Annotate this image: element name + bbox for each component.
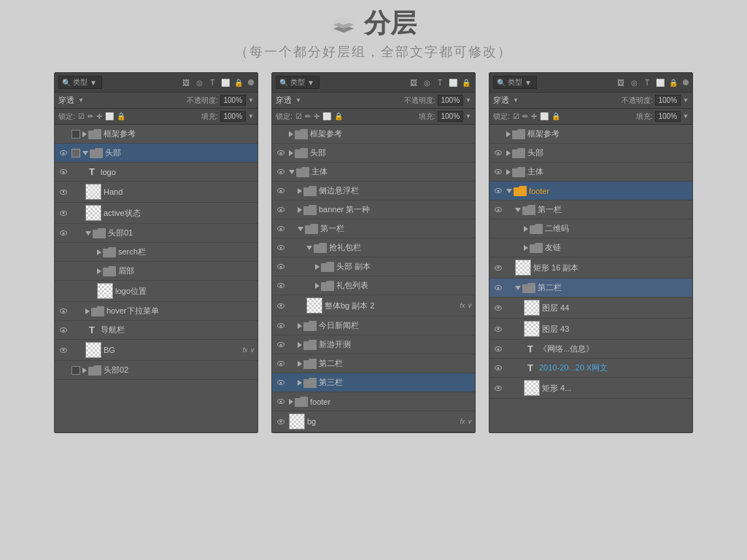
panel3-mode: 穿透 ▼ 不透明度: 100% ▼ [489, 93, 692, 109]
layer-item[interactable]: 主体 [272, 163, 475, 182]
layer-item[interactable]: 头部 [489, 144, 692, 163]
layer-item[interactable]: BG fx ∨ [55, 340, 258, 361]
text-filter-icon[interactable]: T [207, 77, 217, 88]
layer-item[interactable]: hover下拉菜单 [55, 302, 258, 321]
layer-item[interactable]: logo位置 [55, 281, 258, 302]
shape-filter-icon-3[interactable]: ⬜ [655, 77, 665, 88]
layer-item[interactable]: 主体 [489, 163, 692, 182]
eye-icon[interactable] [275, 359, 287, 369]
layer-item[interactable]: 友链 [489, 238, 692, 257]
opacity-row-2: 不透明度: 100% ▼ [404, 95, 471, 106]
eye-icon[interactable] [492, 186, 504, 196]
layer-item[interactable]: 今日新闻栏 [272, 316, 475, 335]
eye-icon[interactable] [492, 205, 504, 215]
layer-item[interactable]: 框架参考 [55, 125, 258, 144]
filter-search-1[interactable]: 🔍 类型 ▼ [58, 76, 102, 89]
eye-icon[interactable] [58, 187, 69, 197]
text-filter-icon-3[interactable]: T [642, 77, 652, 88]
eye-icon[interactable] [275, 397, 287, 407]
arrow-closed [524, 226, 528, 232]
eye-icon[interactable] [492, 344, 504, 354]
eye-icon[interactable] [275, 262, 287, 272]
layer-item[interactable]: 头部 副本 [272, 257, 475, 276]
eye-icon[interactable] [275, 416, 287, 427]
eye-icon[interactable] [275, 378, 287, 388]
layer-item[interactable]: footer [272, 392, 475, 411]
eye-icon[interactable] [58, 325, 69, 335]
eye-icon[interactable] [492, 148, 504, 158]
layer-item[interactable]: 第一栏 [272, 219, 475, 238]
layer-item[interactable]: T 导航栏 [55, 321, 258, 340]
layer-item[interactable]: 第二栏 [489, 279, 692, 298]
eye-icon[interactable] [275, 321, 287, 331]
layer-item[interactable]: 图层 44 [489, 298, 692, 319]
layer-item[interactable]: 头部01 [55, 224, 258, 243]
circle-filter-icon-3[interactable]: ◎ [629, 77, 639, 88]
shape-filter-icon[interactable]: ⬜ [220, 77, 231, 88]
eye-icon[interactable] [275, 148, 287, 158]
layer-item[interactable]: active状态 [55, 203, 258, 224]
layer-item[interactable]: banner 第一种 [272, 201, 475, 219]
layer-item[interactable]: T 2010-20...20 X网文 [489, 359, 692, 378]
eye-icon[interactable] [275, 300, 287, 311]
eye-icon[interactable] [58, 208, 69, 218]
layer-item[interactable]: 抢礼包栏 [272, 238, 475, 257]
layer-item[interactable]: 框架参考 [272, 125, 475, 144]
eye-icon[interactable] [275, 340, 287, 350]
layer-item[interactable]: 第三栏 [272, 373, 475, 392]
eye-icon[interactable] [275, 205, 287, 215]
effect-filter-icon-3[interactable]: 🔒 [668, 77, 678, 88]
layer-item[interactable]: 整体bg 副本 2 fx ∨ [272, 295, 475, 316]
eye-icon[interactable] [58, 228, 69, 238]
eye-icon[interactable] [492, 167, 504, 177]
eye-icon[interactable] [275, 243, 287, 253]
circle-filter-icon-2[interactable]: ◎ [422, 77, 432, 88]
effect-filter-icon-2[interactable]: 🔒 [461, 77, 471, 88]
eye-icon[interactable] [492, 324, 504, 334]
filter-search-2[interactable]: 🔍 类型 ▼ [276, 76, 320, 89]
layer-item[interactable]: T logo [55, 163, 258, 182]
eye-icon[interactable] [492, 283, 504, 293]
eye-icon[interactable] [58, 306, 69, 316]
layer-item[interactable]: 第一栏 [489, 201, 692, 219]
layer-item[interactable]: 新游开测 [272, 335, 475, 354]
eye-icon[interactable] [58, 167, 69, 177]
layer-item[interactable]: serch栏 [55, 243, 258, 262]
effect-filter-icon[interactable]: 🔒 [233, 77, 244, 88]
eye-icon[interactable] [58, 345, 69, 355]
eye-icon[interactable] [492, 303, 504, 313]
shape-filter-icon-2[interactable]: ⬜ [448, 77, 458, 88]
eye-icon[interactable] [275, 281, 287, 291]
layer-item[interactable]: 框架参考 [489, 125, 692, 144]
layer-item[interactable]: 第二栏 [272, 354, 475, 373]
layer-item[interactable]: 图层 43 [489, 319, 692, 340]
eye-icon[interactable] [275, 224, 287, 234]
eye-icon[interactable] [58, 148, 69, 158]
layer-item[interactable]: T 《网络...信息》 [489, 340, 692, 359]
text-filter-icon-2[interactable]: T [435, 77, 445, 88]
eye-icon[interactable] [492, 363, 504, 373]
layer-item[interactable]: 矩形 16 副本 [489, 257, 692, 279]
layer-item[interactable]: 矩形 4... [489, 378, 692, 399]
layer-item[interactable]: 二维码 [489, 219, 692, 238]
image-filter-icon[interactable]: 🖼 [181, 77, 191, 88]
layer-item[interactable]: 头部 [272, 144, 475, 163]
layer-item[interactable]: footer [489, 182, 692, 201]
layer-item[interactable]: Hand [55, 182, 258, 203]
layer-item[interactable]: bg fx ∨ [272, 411, 475, 432]
image-filter-icon-3[interactable]: 🖼 [616, 77, 626, 88]
eye-icon[interactable] [492, 262, 504, 273]
layer-item[interactable]: 头部 [55, 144, 258, 163]
layer-item[interactable]: 礼包列表 [272, 276, 475, 295]
layer-item[interactable]: 头部02 [55, 361, 258, 380]
image-filter-icon-2[interactable]: 🖼 [409, 77, 419, 88]
eye-icon[interactable] [492, 383, 504, 393]
filter-search-3[interactable]: 🔍 类型 ▼ [493, 76, 537, 89]
circle-filter-icon[interactable]: ◎ [194, 77, 204, 88]
layer-item[interactable]: 侧边悬浮栏 [272, 182, 475, 201]
layer-name: 头部 [527, 147, 689, 158]
layer-item[interactable]: 眉部 [55, 262, 258, 281]
lock-icons-2: ☑ ✏ ✛ ⬜ 🔒 [295, 112, 343, 120]
eye-icon[interactable] [275, 167, 287, 177]
eye-icon[interactable] [275, 186, 287, 196]
